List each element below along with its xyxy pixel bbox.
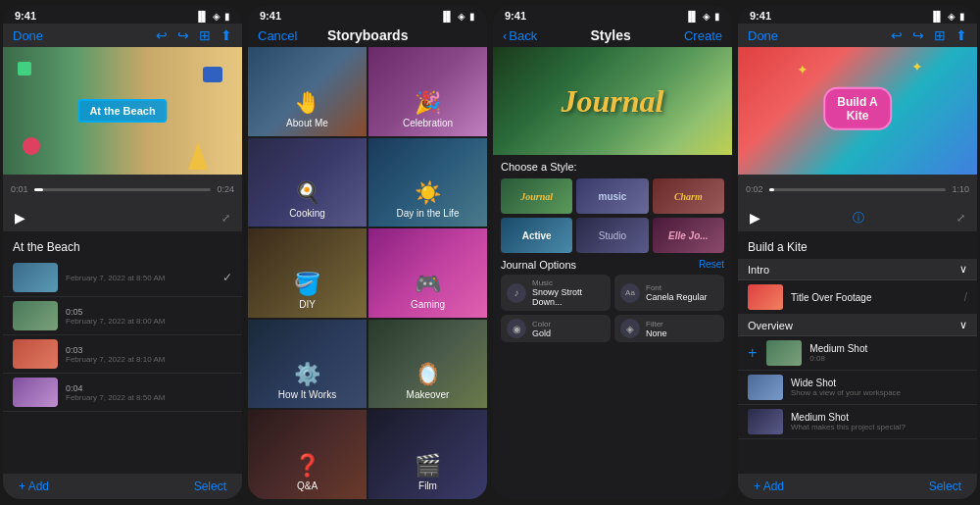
- style-studio[interactable]: Studio: [576, 218, 648, 253]
- sb-item-film[interactable]: 🎬 Film: [368, 410, 487, 499]
- play-button-4[interactable]: ▶: [750, 210, 760, 226]
- style-elle[interactable]: Elle Jo...: [653, 218, 724, 253]
- sb-item-diy[interactable]: 🪣 DIY: [248, 228, 367, 318]
- storyboard-icon-4[interactable]: ⊞: [934, 27, 946, 43]
- option-color[interactable]: ◉ Color Gold: [501, 315, 611, 342]
- style-music[interactable]: music: [576, 178, 648, 214]
- share-icon[interactable]: ⬆: [220, 27, 232, 43]
- reset-button[interactable]: Reset: [699, 259, 724, 271]
- select-button-4[interactable]: Select: [929, 480, 961, 493]
- redo-icon[interactable]: ↪: [177, 27, 189, 43]
- option-music-info: Music Snowy Strott Down...: [532, 278, 605, 307]
- option-music[interactable]: ♪ Music Snowy Strott Down...: [501, 275, 611, 311]
- title-over-footage-item[interactable]: Title Over Footage /: [738, 280, 977, 315]
- clip-item-3[interactable]: 0:03 February 7, 2022 at 8:10 AM: [3, 335, 242, 374]
- color-value: Gold: [532, 328, 551, 338]
- redo-icon-4[interactable]: ↪: [912, 27, 924, 43]
- gaming-label: Gaming: [411, 299, 445, 310]
- timeline-bar[interactable]: [34, 188, 212, 191]
- film-label: Film: [418, 480, 437, 491]
- intro-section-header[interactable]: Intro ∨: [738, 259, 977, 280]
- add-medium-shot-icon[interactable]: +: [748, 344, 757, 362]
- clip-name-4: 0:04: [66, 383, 232, 393]
- playback-controls-4: ▶ ⓘ ⤢: [738, 204, 977, 231]
- sb-item-day-in-life[interactable]: ☀️ Day in the Life: [368, 138, 487, 227]
- title-footage-edit[interactable]: /: [964, 290, 967, 304]
- timeline-bar-4[interactable]: [769, 188, 947, 191]
- phone2-nav: Cancel Storyboards: [248, 24, 487, 47]
- medium-shot-1-thumb: [766, 340, 802, 366]
- timeline-start: 0:01: [11, 184, 28, 194]
- storyboards-grid: 🤚 About Me 🎉 Celebration 🍳 Cooking ☀️ Da…: [248, 47, 487, 499]
- style-active[interactable]: Active: [501, 218, 572, 253]
- deco-circle: [23, 137, 40, 155]
- sb-item-cooking[interactable]: 🍳 Cooking: [248, 138, 367, 227]
- sections-list: Intro ∨ Title Over Footage / Overview ∨ …: [738, 259, 977, 474]
- sb-item-qa[interactable]: ❓ Q&A: [248, 410, 367, 499]
- option-font[interactable]: Aa Font Canela Regular: [614, 275, 724, 311]
- sb-item-celebration[interactable]: 🎉 Celebration: [368, 47, 487, 136]
- timeline-progress-4: [769, 188, 774, 191]
- option-filter[interactable]: ◈ Filter None: [614, 315, 724, 342]
- medium-shot-2-item[interactable]: Medium Shot What makes this project spec…: [738, 405, 977, 439]
- add-button-4[interactable]: + Add: [754, 480, 784, 493]
- overview-section-header[interactable]: Overview ∨: [738, 315, 977, 336]
- sb-item-gaming[interactable]: 🎮 Gaming: [368, 228, 487, 318]
- share-icon-4[interactable]: ⬆: [956, 27, 967, 43]
- journal-title: Journal: [562, 83, 664, 120]
- color-option-icon: ◉: [507, 319, 526, 338]
- clip-date-1: February 7, 2022 at 8:50 AM: [66, 274, 215, 282]
- storyboards-title: Storyboards: [327, 27, 408, 43]
- font-type: Font: [646, 283, 708, 292]
- style-charm[interactable]: Charm: [653, 178, 724, 214]
- celebration-icon: 🎉: [415, 90, 441, 116]
- undo-icon[interactable]: ↩: [156, 27, 168, 43]
- undo-icon-4[interactable]: ↩: [891, 27, 903, 43]
- celebration-label: Celebration: [403, 118, 453, 128]
- fullscreen-icon-4[interactable]: ⤢: [956, 212, 965, 225]
- title-footage-thumb: [748, 284, 783, 310]
- sb-item-about-me[interactable]: 🤚 About Me: [248, 47, 367, 136]
- done-button-1[interactable]: Done: [13, 28, 43, 43]
- medium-shot-1-info: Medium Shot 0:08: [809, 343, 967, 363]
- phone4-nav: Done ↩ ↪ ⊞ ⬆: [738, 24, 977, 47]
- back-button[interactable]: ‹ Back: [503, 28, 537, 43]
- battery-icon-3: ▮: [714, 11, 720, 22]
- timeline-4[interactable]: 0:02 1:10: [738, 175, 977, 204]
- timeline-1[interactable]: 0:01 0:24: [3, 175, 242, 204]
- project-title-section: At the Beach: [3, 231, 242, 259]
- medium-shot-1-item[interactable]: + Medium Shot 0:08: [738, 336, 977, 371]
- sb-item-how-it-works[interactable]: ⚙️ How It Works: [248, 320, 367, 409]
- storyboard-icon[interactable]: ⊞: [199, 27, 211, 43]
- add-button-1[interactable]: + Add: [19, 480, 49, 493]
- film-icon: 🎬: [415, 453, 441, 479]
- beach-title: At the Beach: [77, 99, 167, 123]
- deco-rect: [203, 67, 222, 82]
- select-button-1[interactable]: Select: [194, 480, 226, 493]
- filter-value: None: [646, 328, 667, 338]
- gaming-icon: 🎮: [415, 272, 441, 297]
- overview-label: Overview: [748, 320, 793, 331]
- done-button-4[interactable]: Done: [748, 28, 778, 43]
- status-icons-2: ▐▌ ◈ ▮: [440, 11, 475, 22]
- style-journal[interactable]: Journal: [501, 178, 572, 214]
- play-button-1[interactable]: ▶: [15, 210, 25, 226]
- info-icon[interactable]: ⓘ: [853, 210, 864, 227]
- wide-shot-item[interactable]: Wide Shot Show a view of your workspace: [738, 371, 977, 405]
- clip-item-4[interactable]: 0:04 February 7, 2022 at 8:50 AM: [3, 374, 242, 412]
- status-bar-2: 9:41 ▐▌ ◈ ▮: [248, 6, 487, 24]
- create-button[interactable]: Create: [684, 28, 722, 43]
- clip-item-2[interactable]: 0:05 February 7, 2022 at 8:00 AM: [3, 297, 242, 335]
- medium-shot-1-name: Medium Shot: [809, 343, 967, 354]
- project-title-4: Build a Kite: [748, 240, 808, 254]
- clip-info-3: 0:03 February 7, 2022 at 8:10 AM: [66, 345, 232, 364]
- status-icons-4: ▐▌ ◈ ▮: [930, 11, 965, 22]
- cancel-button[interactable]: Cancel: [258, 28, 297, 43]
- clip-thumb-2: [13, 301, 58, 330]
- clip-date-4: February 7, 2022 at 8:50 AM: [66, 393, 232, 402]
- sb-item-makeover[interactable]: 🪞 Makeover: [368, 320, 487, 409]
- fullscreen-icon[interactable]: ⤢: [221, 212, 230, 225]
- kite-preview: Build A Kite ✦ ✦: [738, 47, 977, 175]
- filter-type: Filter: [646, 320, 667, 328]
- clip-item-1[interactable]: February 7, 2022 at 8:50 AM ✓: [3, 259, 242, 297]
